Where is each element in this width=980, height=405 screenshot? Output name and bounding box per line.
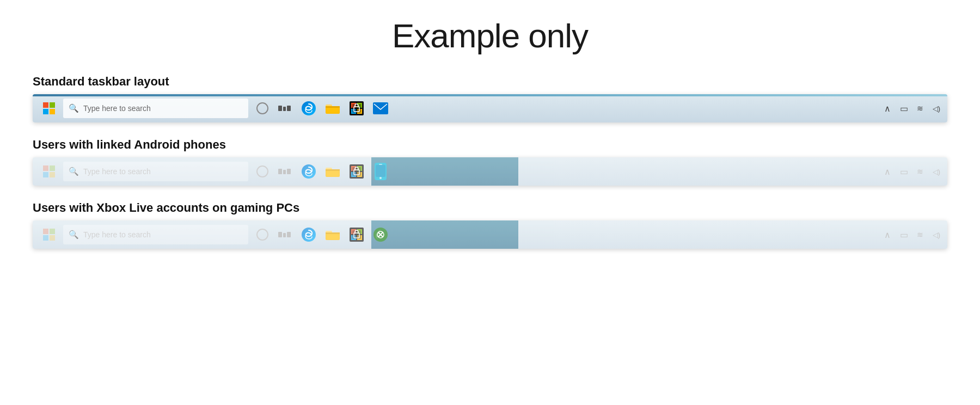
section-xbox: Users with Xbox Live accounts on gaming …	[33, 201, 947, 249]
tray-volume-xbox[interactable]: ◁)	[930, 231, 943, 239]
search-icon: 🔍	[69, 103, 79, 113]
cortana-icon-android	[256, 165, 268, 177]
search-placeholder: Type here to search	[83, 104, 151, 113]
pinned-files[interactable]	[321, 96, 344, 120]
cortana-button-xbox[interactable]	[253, 225, 272, 244]
svg-rect-37	[43, 229, 48, 234]
tray-wifi-android[interactable]: ≋	[914, 167, 927, 176]
search-icon-android: 🔍	[69, 167, 79, 176]
tray-battery-xbox[interactable]: ▭	[897, 230, 910, 240]
task-view-button-android[interactable]	[274, 162, 294, 181]
svg-point-4	[302, 101, 316, 115]
section-standard: Standard taskbar layout 🔍 Type here to s…	[33, 75, 947, 122]
tray-battery-android[interactable]: ▭	[897, 167, 910, 177]
search-icon-xbox: 🔍	[69, 230, 79, 240]
taskbar-xbox: 🔍 Type here to search	[33, 220, 947, 249]
svg-point-35	[379, 177, 382, 179]
tray-volume-android[interactable]: ◁)	[930, 168, 943, 176]
svg-rect-20	[50, 172, 55, 177]
svg-rect-39	[43, 235, 48, 241]
pinned-edge-xbox[interactable]	[297, 223, 320, 247]
taskbar-wrapper-standard: 🔍 Type here to search	[33, 94, 947, 122]
taskbar-standard: 🔍 Type here to search	[33, 94, 947, 122]
svg-rect-17	[43, 165, 48, 171]
tray-volume[interactable]: ◁)	[930, 105, 943, 113]
pinned-phone-android[interactable]	[369, 159, 392, 183]
tray-battery[interactable]: ▭	[897, 103, 910, 114]
tray-wifi-xbox[interactable]: ≋	[914, 230, 927, 239]
section-label-android: Users with linked Android phones	[33, 138, 947, 152]
pinned-store-xbox[interactable]	[345, 223, 368, 247]
cortana-icon-xbox	[256, 229, 268, 241]
svg-rect-16	[373, 102, 388, 114]
task-view-icon-android	[278, 169, 291, 174]
taskbar-wrapper-xbox: 🔍 Type here to search	[33, 220, 947, 249]
svg-rect-1	[50, 102, 55, 108]
page-title: Example only	[33, 16, 947, 55]
svg-rect-40	[50, 235, 55, 241]
svg-rect-45	[326, 232, 340, 234]
system-tray-standard: ∧ ▭ ≋ ◁)	[881, 103, 943, 114]
search-bar-android[interactable]: 🔍 Type here to search	[63, 162, 248, 181]
task-view-button-xbox[interactable]	[274, 225, 294, 244]
pinned-store[interactable]	[345, 96, 368, 120]
section-android: Users with linked Android phones 🔍 Type …	[33, 138, 947, 186]
cortana-button-standard[interactable]	[253, 99, 272, 118]
start-button[interactable]	[37, 96, 61, 120]
search-placeholder-xbox: Type here to search	[83, 230, 151, 239]
pinned-mail[interactable]	[369, 96, 392, 120]
system-tray-android: ∧ ▭ ≋ ◁)	[881, 167, 943, 177]
pinned-apps-standard	[297, 96, 392, 120]
tray-chevron-android[interactable]: ∧	[881, 167, 894, 177]
svg-rect-25	[326, 169, 340, 171]
section-label-standard: Standard taskbar layout	[33, 75, 947, 89]
task-view-button-standard[interactable]	[274, 99, 294, 118]
tray-chevron[interactable]: ∧	[881, 103, 894, 114]
svg-rect-19	[43, 172, 48, 177]
svg-rect-8	[326, 106, 340, 108]
svg-rect-3	[50, 109, 55, 114]
pinned-apps-xbox	[297, 223, 392, 247]
task-view-icon	[278, 106, 291, 111]
tray-wifi[interactable]: ≋	[914, 104, 927, 113]
cortana-icon	[256, 102, 268, 114]
pinned-edge[interactable]	[297, 96, 320, 120]
start-button-android[interactable]	[37, 159, 61, 183]
pinned-apps-android	[297, 159, 392, 183]
start-button-xbox[interactable]	[37, 223, 61, 247]
svg-rect-18	[50, 165, 55, 171]
taskbar-wrapper-android: 🔍 Type here to search	[33, 157, 947, 186]
cortana-button-android[interactable]	[253, 162, 272, 181]
pinned-edge-android[interactable]	[297, 159, 320, 183]
task-view-icon-xbox	[278, 232, 291, 237]
pinned-files-xbox[interactable]	[321, 223, 344, 247]
pinned-files-android[interactable]	[321, 159, 344, 183]
svg-rect-0	[43, 102, 48, 108]
pinned-store-android[interactable]	[345, 159, 368, 183]
search-bar-xbox[interactable]: 🔍 Type here to search	[63, 225, 248, 244]
search-bar-standard[interactable]: 🔍 Type here to search	[63, 99, 248, 118]
tray-chevron-xbox[interactable]: ∧	[881, 230, 894, 240]
svg-rect-38	[50, 229, 55, 234]
taskbar-android: 🔍 Type here to search	[33, 157, 947, 186]
svg-rect-36	[379, 164, 382, 165]
system-tray-xbox: ∧ ▭ ≋ ◁)	[881, 230, 943, 240]
svg-point-41	[302, 228, 316, 242]
svg-rect-2	[43, 109, 48, 114]
section-label-xbox: Users with Xbox Live accounts on gaming …	[33, 201, 947, 215]
svg-point-21	[302, 164, 316, 179]
search-placeholder-android: Type here to search	[83, 167, 151, 176]
pinned-xbox[interactable]	[369, 223, 392, 247]
svg-rect-34	[376, 165, 385, 177]
